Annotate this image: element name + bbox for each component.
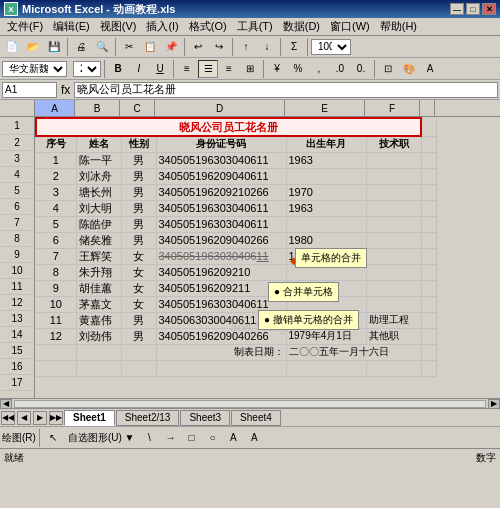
- merge-center-button[interactable]: ⊞: [240, 60, 260, 78]
- cell-c7[interactable]: 男: [121, 216, 156, 232]
- title-bar-buttons[interactable]: — □ ✕: [450, 3, 496, 15]
- cell-a14[interactable]: 12: [36, 328, 76, 344]
- zoom-combo[interactable]: 100%: [311, 39, 351, 55]
- sheet-tab-4[interactable]: Sheet4: [231, 410, 281, 426]
- row-header-3[interactable]: 3: [0, 151, 34, 167]
- cell-d11[interactable]: 340505196209211: [156, 280, 286, 296]
- cell-e15[interactable]: 二〇〇五年一月十六日: [286, 344, 421, 360]
- cell-c12[interactable]: 女: [121, 296, 156, 312]
- cell-c5[interactable]: 男: [121, 184, 156, 200]
- cell-d9[interactable]: 340505196303040611: [156, 248, 286, 264]
- cell-a13[interactable]: 11: [36, 312, 76, 328]
- cell-b2[interactable]: 姓名: [76, 136, 121, 152]
- cell-b5[interactable]: 塘长州: [76, 184, 121, 200]
- border-button[interactable]: ⊡: [378, 60, 398, 78]
- row-header-16[interactable]: 16: [0, 359, 34, 375]
- row-header-4[interactable]: 4: [0, 167, 34, 183]
- new-button[interactable]: 📄: [2, 38, 22, 56]
- row-header-10[interactable]: 10: [0, 263, 34, 279]
- cell-e16[interactable]: [286, 360, 366, 376]
- currency-button[interactable]: ¥: [267, 60, 287, 78]
- row-header-8[interactable]: 8: [0, 231, 34, 247]
- horizontal-scroll-track[interactable]: [14, 400, 486, 408]
- preview-button[interactable]: 🔍: [92, 38, 112, 56]
- menu-edit[interactable]: 编辑(E): [48, 18, 95, 35]
- row-header-6[interactable]: 6: [0, 199, 34, 215]
- title-cell[interactable]: 晓风公司员工花名册: [36, 118, 421, 136]
- col-header-b[interactable]: B: [75, 100, 120, 116]
- cell-d2[interactable]: 身份证号码: [156, 136, 286, 152]
- fill-color-button[interactable]: 🎨: [399, 60, 419, 78]
- cell-a3[interactable]: 1: [36, 152, 76, 168]
- cell-c14[interactable]: 男: [121, 328, 156, 344]
- increase-decimal-button[interactable]: .0: [330, 60, 350, 78]
- cell-f1-extra[interactable]: [421, 118, 436, 136]
- row-header-7[interactable]: 7: [0, 215, 34, 231]
- copy-button[interactable]: 📋: [140, 38, 160, 56]
- redo-button[interactable]: ↪: [209, 38, 229, 56]
- cell-b8[interactable]: 储矣雅: [76, 232, 121, 248]
- cell-f9[interactable]: [366, 248, 421, 264]
- cell-f16[interactable]: [366, 360, 421, 376]
- sheet-tab-2[interactable]: Sheet2/13: [116, 410, 180, 426]
- cell-b15[interactable]: [76, 344, 121, 360]
- formula-input[interactable]: [74, 82, 498, 98]
- draw-select-button[interactable]: ↖: [43, 429, 63, 447]
- cell-e7[interactable]: [286, 216, 366, 232]
- sheet-nav-prev[interactable]: ◀: [17, 411, 31, 425]
- cell-c13[interactable]: 男: [121, 312, 156, 328]
- row-header-15[interactable]: 15: [0, 343, 34, 359]
- col-header-c[interactable]: C: [120, 100, 155, 116]
- font-name-combo[interactable]: 华文新魏: [2, 61, 67, 77]
- col-header-f[interactable]: F: [365, 100, 420, 116]
- cell-a2[interactable]: 序号: [36, 136, 76, 152]
- cell-b6[interactable]: 刘大明: [76, 200, 121, 216]
- cell-e4[interactable]: [286, 168, 366, 184]
- sort-desc-button[interactable]: ↓: [257, 38, 277, 56]
- row-header-5[interactable]: 5: [0, 183, 34, 199]
- open-button[interactable]: 📂: [23, 38, 43, 56]
- cell-e8[interactable]: 1980: [286, 232, 366, 248]
- cell-a7[interactable]: 5: [36, 216, 76, 232]
- cell-a10[interactable]: 8: [36, 264, 76, 280]
- cell-f14[interactable]: 其他职: [366, 328, 421, 344]
- cell-a9[interactable]: 7: [36, 248, 76, 264]
- cell-c16[interactable]: [121, 360, 156, 376]
- print-button[interactable]: 🖨: [71, 38, 91, 56]
- cell-f5[interactable]: [366, 184, 421, 200]
- draw-text-button[interactable]: A: [223, 429, 243, 447]
- cell-b13[interactable]: 黄嘉伟: [76, 312, 121, 328]
- cell-f8[interactable]: [366, 232, 421, 248]
- cell-d14[interactable]: 340505196209040266: [156, 328, 286, 344]
- cell-f12[interactable]: [366, 296, 421, 312]
- cell-c8[interactable]: 男: [121, 232, 156, 248]
- italic-button[interactable]: I: [129, 60, 149, 78]
- cell-a5[interactable]: 3: [36, 184, 76, 200]
- cell-c2[interactable]: 性别: [121, 136, 156, 152]
- row-header-9[interactable]: 9: [0, 247, 34, 263]
- align-right-button[interactable]: ≡: [219, 60, 239, 78]
- draw-wordart-button[interactable]: A: [244, 429, 264, 447]
- maximize-button[interactable]: □: [466, 3, 480, 15]
- cell-f7[interactable]: [366, 216, 421, 232]
- col-header-e[interactable]: E: [285, 100, 365, 116]
- cell-b14[interactable]: 刘劲伟: [76, 328, 121, 344]
- menu-format[interactable]: 格式(O): [184, 18, 232, 35]
- draw-oval-button[interactable]: ○: [202, 429, 222, 447]
- row-header-17[interactable]: 17: [0, 375, 34, 391]
- row-header-13[interactable]: 13: [0, 311, 34, 327]
- col-header-d[interactable]: D: [155, 100, 285, 116]
- cell-d3[interactable]: 340505196303040611: [156, 152, 286, 168]
- autoshapes-label[interactable]: 自选图形(U) ▼: [64, 431, 139, 445]
- cell-a6[interactable]: 4: [36, 200, 76, 216]
- font-color-button[interactable]: A: [420, 60, 440, 78]
- font-size-combo[interactable]: 22: [73, 61, 101, 77]
- horizontal-scrollbar[interactable]: ◀ ▶: [0, 398, 500, 408]
- cell-c15[interactable]: [121, 344, 156, 360]
- cell-d16[interactable]: [156, 360, 286, 376]
- corner-cell[interactable]: [0, 100, 35, 116]
- percent-button[interactable]: %: [288, 60, 308, 78]
- cell-c4[interactable]: 男: [121, 168, 156, 184]
- sigma-button[interactable]: Σ: [284, 38, 304, 56]
- cell-f4[interactable]: [366, 168, 421, 184]
